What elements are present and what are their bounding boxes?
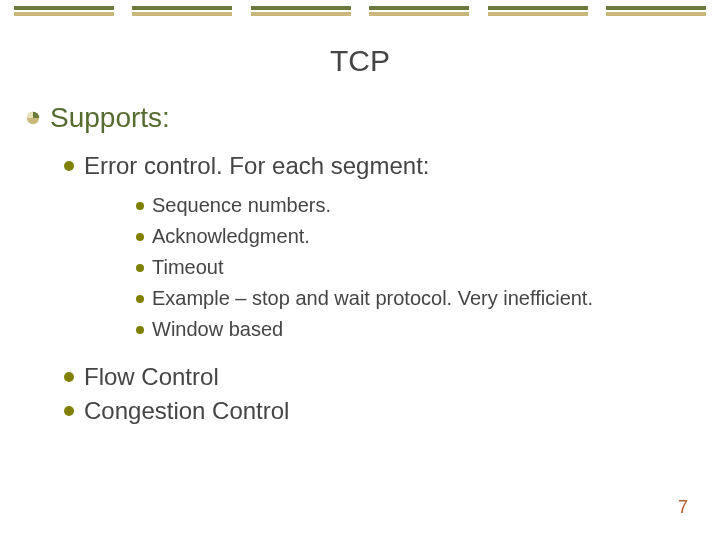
bar-pair <box>251 6 351 16</box>
level2-list: Sequence numbers. Acknowledgment. Timeou… <box>136 194 688 341</box>
bar-pair <box>369 6 469 16</box>
page-number: 7 <box>678 497 688 518</box>
list-item: Flow Control <box>64 363 688 391</box>
bullet-icon <box>136 326 144 334</box>
lvl2-text: Sequence numbers. <box>152 194 331 217</box>
lvl2-text: Example – stop and wait protocol. Very i… <box>152 287 593 310</box>
bar-pair <box>132 6 232 16</box>
bullet-icon <box>136 264 144 272</box>
bar-pair <box>14 6 114 16</box>
list-item: Window based <box>136 318 688 341</box>
lvl2-text: Window based <box>152 318 283 341</box>
lvl1-text: Congestion Control <box>84 397 289 425</box>
list-item: Error control. For each segment: <box>64 152 688 180</box>
slide-body: Supports: Error control. For each segmen… <box>0 78 720 425</box>
bullet-icon <box>64 161 74 171</box>
supports-heading: Supports: <box>26 102 688 134</box>
bar-pair <box>606 6 706 16</box>
list-item: Acknowledgment. <box>136 225 688 248</box>
lvl1-text: Flow Control <box>84 363 219 391</box>
lvl2-text: Timeout <box>152 256 224 279</box>
lvl2-text: Acknowledgment. <box>152 225 310 248</box>
list-item: Example – stop and wait protocol. Very i… <box>136 287 688 310</box>
supports-label: Supports: <box>50 102 170 134</box>
list-item: Sequence numbers. <box>136 194 688 217</box>
bullet-icon <box>136 295 144 303</box>
bar-pair <box>488 6 588 16</box>
bullet-icon <box>136 233 144 241</box>
bullet-icon <box>136 202 144 210</box>
slide: TCP Supports: Error control. For each se… <box>0 0 720 540</box>
pie-bullet-icon <box>26 111 40 125</box>
bullet-icon <box>64 406 74 416</box>
list-item: Congestion Control <box>64 397 688 425</box>
title-wrap: TCP <box>0 44 720 78</box>
lvl1-text: Error control. For each segment: <box>84 152 429 180</box>
list-item: Timeout <box>136 256 688 279</box>
page-title: TCP <box>0 44 720 78</box>
decorative-top-bars <box>0 0 720 16</box>
bullet-icon <box>64 372 74 382</box>
level1-list: Error control. For each segment: Sequenc… <box>64 152 688 425</box>
